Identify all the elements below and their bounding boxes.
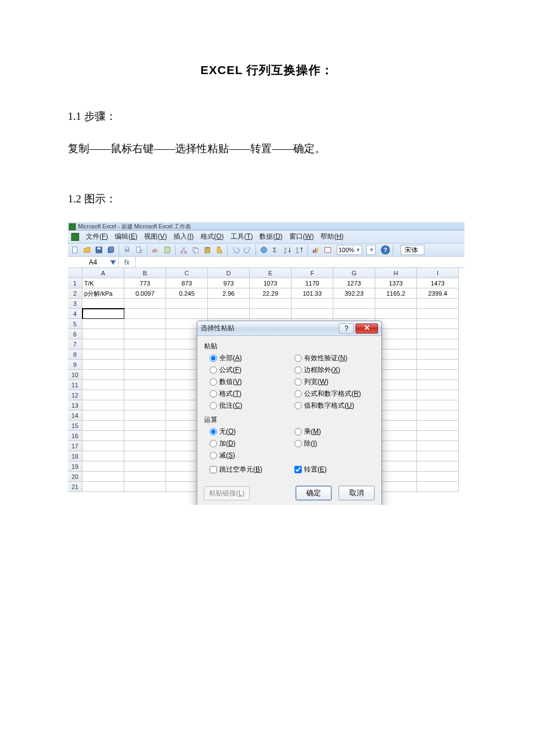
paste-formulas-radio[interactable]: 公式(F)	[210, 365, 290, 375]
cell[interactable]: 1073	[250, 278, 292, 288]
radio-input[interactable]	[210, 402, 217, 409]
cell[interactable]	[83, 309, 124, 319]
cell[interactable]	[124, 472, 166, 482]
cell[interactable]	[166, 309, 208, 319]
paste-values-radio[interactable]: 数值(V)	[210, 377, 290, 387]
cell[interactable]	[83, 360, 124, 370]
menu-view[interactable]: 视图(V)	[144, 232, 167, 241]
row-header[interactable]: 21	[68, 482, 83, 492]
menu-edit[interactable]: 编辑(E)	[115, 232, 137, 241]
undo-icon[interactable]	[231, 245, 241, 255]
cell[interactable]	[124, 319, 166, 329]
cell[interactable]	[417, 339, 459, 349]
cell[interactable]	[417, 461, 459, 472]
save-icon[interactable]	[94, 245, 104, 255]
cell[interactable]	[250, 299, 292, 309]
checkbox-input[interactable]	[294, 466, 302, 473]
row-header[interactable]: 19	[68, 461, 83, 472]
column-header[interactable]: I	[417, 268, 459, 278]
cell[interactable]	[417, 482, 459, 492]
copy-icon[interactable]	[190, 245, 201, 255]
radio-input[interactable]	[294, 355, 302, 362]
radio-input[interactable]	[210, 428, 217, 435]
cell[interactable]	[124, 441, 166, 451]
radio-input[interactable]	[210, 378, 217, 386]
column-header[interactable]: E	[250, 268, 292, 278]
cell[interactable]	[83, 431, 124, 441]
row-header[interactable]: 11	[68, 380, 83, 390]
cell[interactable]	[417, 390, 459, 400]
radio-input[interactable]	[294, 402, 302, 409]
row-header[interactable]: 1	[68, 278, 83, 288]
transpose-checkbox[interactable]: 转置(E)	[294, 465, 375, 474]
op-mul-radio[interactable]: 乘(M)	[294, 427, 375, 437]
saveall-icon[interactable]	[106, 245, 116, 255]
cell[interactable]	[333, 299, 375, 309]
paste-icon[interactable]	[202, 245, 212, 255]
cell[interactable]	[83, 370, 124, 380]
cell[interactable]	[124, 360, 166, 370]
cell[interactable]	[417, 349, 459, 360]
column-header[interactable]: C	[166, 268, 208, 278]
op-none-radio[interactable]: 无(O)	[210, 427, 290, 437]
cell[interactable]: 0.245	[166, 288, 208, 299]
cell[interactable]: 1473	[417, 278, 459, 288]
cell[interactable]: 773	[124, 278, 166, 288]
cell[interactable]	[208, 299, 250, 309]
cancel-button[interactable]: 取消	[338, 486, 375, 500]
cell[interactable]	[83, 329, 124, 339]
row-header[interactable]: 10	[68, 370, 83, 380]
cell[interactable]: 0.0097	[124, 288, 166, 299]
drawing-icon[interactable]	[323, 245, 333, 255]
dialog-close-button[interactable]: ✕	[355, 323, 378, 334]
op-div-radio[interactable]: 除(I)	[294, 439, 375, 448]
op-sub-radio[interactable]: 减(S)	[210, 451, 290, 460]
cell[interactable]	[417, 309, 459, 319]
cell[interactable]	[124, 482, 166, 492]
cell[interactable]	[208, 309, 250, 319]
cell[interactable]	[83, 472, 124, 482]
column-header[interactable]: H	[375, 268, 417, 278]
cell[interactable]	[417, 400, 459, 411]
row-header[interactable]: 20	[68, 472, 83, 482]
radio-input[interactable]	[294, 428, 302, 435]
formatpainter-icon[interactable]	[214, 245, 224, 255]
checkbox-input[interactable]	[210, 466, 217, 473]
cell[interactable]	[83, 339, 124, 349]
menu-tools[interactable]: 工具(T)	[231, 232, 253, 241]
cell[interactable]	[124, 370, 166, 380]
cell[interactable]	[417, 441, 459, 451]
cell[interactable]	[417, 319, 459, 329]
cell[interactable]	[83, 451, 124, 461]
cell[interactable]: 1373	[375, 278, 417, 288]
chart-icon[interactable]	[311, 245, 321, 255]
paste-comments-radio[interactable]: 批注(C)	[210, 401, 290, 411]
menu-file[interactable]: 文件(F)	[86, 232, 108, 241]
menu-data[interactable]: 数据(D)	[259, 232, 283, 241]
sort-asc-icon[interactable]: AZ	[283, 245, 293, 255]
cell[interactable]	[417, 421, 459, 431]
paste-formats-radio[interactable]: 格式(T)	[210, 389, 290, 399]
print-icon[interactable]	[122, 245, 132, 255]
zoom-input[interactable]: 100% ▼	[337, 245, 362, 255]
cell[interactable]	[292, 299, 333, 309]
radio-input[interactable]	[210, 390, 217, 398]
paste-validation-radio[interactable]: 有效性验证(N)	[294, 353, 375, 363]
paste-noborder-radio[interactable]: 边框除外(X)	[294, 365, 375, 375]
new-icon[interactable]	[70, 245, 80, 255]
cell[interactable]: 1273	[333, 278, 375, 288]
paste-all-radio[interactable]: 全部(A)	[210, 353, 290, 363]
cell[interactable]	[83, 319, 124, 329]
redo-icon[interactable]	[242, 245, 253, 255]
column-header[interactable]: F	[292, 268, 333, 278]
radio-input[interactable]	[210, 366, 217, 374]
menu-help[interactable]: 帮助(H)	[320, 232, 344, 241]
cell[interactable]: 973	[208, 278, 250, 288]
cell[interactable]	[166, 299, 208, 309]
row-header[interactable]: 4	[68, 309, 83, 319]
cell[interactable]: 2.96	[208, 288, 250, 299]
row-header[interactable]: 17	[68, 441, 83, 451]
formula-input[interactable]	[136, 257, 464, 267]
row-header[interactable]: 12	[68, 390, 83, 400]
cell[interactable]	[124, 421, 166, 431]
